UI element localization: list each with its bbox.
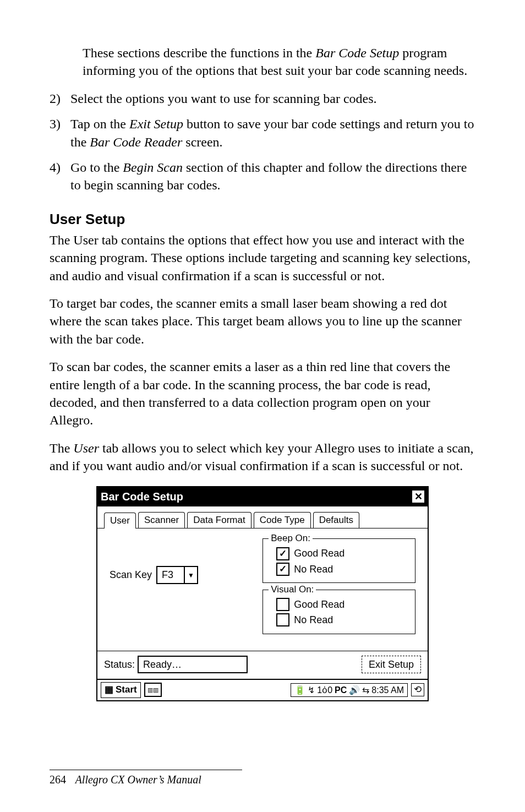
scan-key-value: F3 (157, 567, 185, 582)
para4-post: tab allows you to select which key your … (50, 441, 474, 473)
scan-key-label: Scan Key (110, 568, 152, 581)
network-icon: ⇆ (362, 684, 369, 696)
tabbar: User Scanner Data Format Code Type Defau… (97, 506, 428, 529)
list-item-2: 2) Select the options you want to use fo… (50, 90, 475, 107)
visual-on-title: Visual On: (269, 584, 316, 596)
clock: 8:35 AM (371, 684, 404, 696)
status-group: Status: Ready… (104, 656, 248, 673)
system-tray: 🔋 ↯ 1ȯ0 PC 🔊 ⇆ 8:35 AM (291, 683, 408, 697)
list-em2: Bar Code Reader (90, 135, 182, 149)
paragraph-2: To target bar codes, the scanner emits a… (50, 295, 475, 348)
checkbox-checked-icon[interactable]: ✓ (276, 547, 289, 560)
paragraph-4: The User tab allows you to select which … (50, 439, 475, 475)
chk-label: No Read (294, 563, 333, 576)
list-text: screen. (182, 135, 222, 149)
page-number: 264 (50, 773, 66, 786)
keyboard-icon[interactable]: ▥▥ (144, 683, 162, 697)
chk-row-no-read-visual[interactable]: No Read (276, 613, 408, 626)
checkbox-unchecked-icon[interactable] (276, 613, 289, 626)
list-body: Go to the Begin Scan section of this cha… (70, 159, 475, 194)
paragraph-1: The User tab contains the options that e… (50, 231, 475, 285)
pc-icon: PC (335, 684, 347, 696)
list-body: Tap on the Exit Setup button to save you… (70, 115, 475, 151)
windows-logo-icon: ▦ (105, 684, 113, 696)
tab-body: Scan Key F3 ▼ Beep On: ✓ Good Read (97, 528, 428, 650)
page: These sections describe the functions in… (0, 0, 525, 812)
intro-em: Bar Code Setup (315, 46, 399, 60)
chk-label: Good Read (294, 547, 344, 560)
chk-label: No Read (294, 613, 333, 626)
list-item-3: 3) Tap on the Exit Setup button to save … (50, 115, 475, 151)
checkbox-checked-icon[interactable]: ✓ (276, 563, 289, 576)
status-row: Status: Ready… Exit Setup (97, 651, 428, 679)
chk-label: Good Read (294, 598, 344, 611)
tab-code-type[interactable]: Code Type (254, 512, 311, 528)
dialog-wrap: Bar Code Setup ✕ User Scanner Data Forma… (50, 486, 475, 701)
para4-em: User (73, 441, 99, 455)
volume-icon: 🔊 (349, 684, 360, 696)
beep-on-title: Beep On: (269, 532, 313, 545)
bar-code-setup-dialog: Bar Code Setup ✕ User Scanner Data Forma… (96, 486, 429, 701)
manual-title: Allegro CX Owner’s Manual (75, 773, 201, 786)
status-field: Ready… (138, 656, 248, 673)
list-em: Exit Setup (129, 117, 183, 131)
chevron-down-icon[interactable]: ▼ (185, 567, 197, 582)
exit-setup-button[interactable]: Exit Setup (362, 656, 421, 673)
tray-100: 1ȯ0 (317, 684, 332, 696)
list-text: Select the options you want to use for s… (70, 91, 377, 106)
close-icon[interactable]: ✕ (412, 491, 424, 503)
section-heading: User Setup (50, 210, 475, 229)
taskbar: ▦ Start ▥▥ 🔋 ↯ 1ȯ0 PC 🔊 ⇆ 8:35 AM (97, 679, 428, 700)
chk-row-good-read-visual[interactable]: Good Read (276, 598, 408, 611)
tab-user[interactable]: User (104, 513, 136, 529)
body-columns: Scan Key F3 ▼ Beep On: ✓ Good Read (110, 538, 415, 640)
para4-pre: The (50, 441, 73, 455)
list-body: Select the options you want to use for s… (70, 90, 475, 107)
list-em: Begin Scan (123, 160, 183, 175)
tab-data-format[interactable]: Data Format (187, 512, 251, 528)
list-marker: 3) (50, 115, 70, 151)
list-marker: 2) (50, 90, 70, 107)
signal-icon: ↯ (308, 684, 315, 696)
paragraph-3: To scan bar codes, the scanner emits a l… (50, 358, 475, 429)
visual-on-group: Visual On: Good Read No Read (262, 590, 415, 634)
tab-scanner[interactable]: Scanner (138, 512, 185, 528)
list-text: Tap on the (70, 117, 129, 131)
beep-on-group: Beep On: ✓ Good Read ✓ No Read (262, 538, 415, 583)
battery-icon: 🔋 (294, 684, 305, 696)
dialog-title: Bar Code Setup (101, 489, 183, 504)
intro-paragraph: These sections describe the functions in… (83, 44, 475, 80)
start-label: Start (116, 684, 137, 696)
status-label: Status: (104, 659, 135, 670)
scan-key-combo[interactable]: F3 ▼ (156, 566, 198, 584)
right-column: Beep On: ✓ Good Read ✓ No Read Visua (262, 538, 415, 640)
start-button[interactable]: ▦ Start (101, 682, 141, 698)
page-footer: 264 Allegro CX Owner’s Manual (50, 770, 242, 787)
intro-text-1: These sections describe the functions in… (83, 46, 315, 60)
titlebar: Bar Code Setup ✕ (97, 487, 428, 506)
list-item-4: 4) Go to the Begin Scan section of this … (50, 159, 475, 194)
tab-defaults[interactable]: Defaults (313, 512, 359, 528)
chk-row-good-read[interactable]: ✓ Good Read (276, 547, 408, 560)
chk-row-no-read[interactable]: ✓ No Read (276, 563, 408, 576)
list-marker: 4) (50, 159, 70, 194)
show-desktop-icon[interactable]: ⟲ (411, 683, 424, 696)
scan-key-group: Scan Key F3 ▼ (110, 538, 247, 584)
list-text: Go to the (70, 160, 123, 175)
checkbox-unchecked-icon[interactable] (276, 598, 289, 611)
